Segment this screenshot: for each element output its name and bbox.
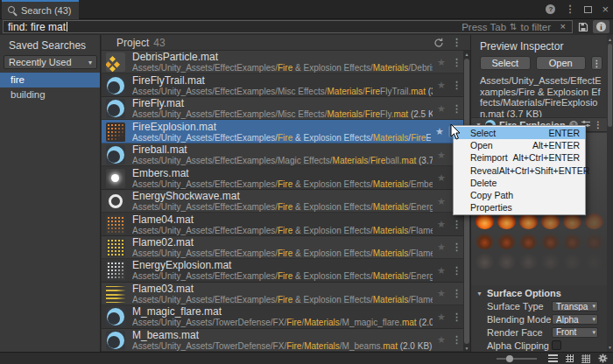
result-name: Flame02.mat <box>132 237 433 248</box>
result-row[interactable]: Flame04.matAssets/Unity_Assets/EffectExa… <box>102 213 463 235</box>
result-row[interactable]: EnergyShockwave.matAssets/Unity_Assets/E… <box>102 190 463 213</box>
list-view-icon[interactable] <box>548 354 558 362</box>
close-icon[interactable]: × <box>602 5 609 14</box>
chevron-down-icon: ▾ <box>592 316 595 323</box>
result-row[interactable]: Flame03.matAssets/Unity_Assets/EffectExa… <box>102 283 463 305</box>
result-row[interactable]: DebrisParticle.matAssets/Unity_Assets/Ef… <box>102 51 463 74</box>
scrollbar-thumb[interactable] <box>608 44 612 127</box>
scroll-up-icon[interactable]: ▲ <box>463 51 470 58</box>
material-thumbnail-icon <box>106 331 125 350</box>
inspector-toggle-button[interactable]: i <box>593 20 609 33</box>
inspector-scrollbar[interactable]: ▲ ▼ <box>607 35 613 352</box>
row-menu-icon[interactable]: ⋮ <box>450 288 463 299</box>
result-path: Assets/Unity_Assets/EffectExamples/Fire … <box>132 133 431 143</box>
result-row[interactable]: FireExplosion.matAssets/Unity_Assets/Eff… <box>102 120 463 143</box>
favorite-star-icon[interactable]: ★ <box>433 103 450 115</box>
clear-search-icon[interactable]: × <box>560 21 566 32</box>
material-thumbnail-icon <box>106 99 125 118</box>
result-row[interactable]: Flame02.matAssets/Unity_Assets/EffectExa… <box>102 236 463 259</box>
result-path: Assets/Unity_Assets/EffectExamples/Fire … <box>132 63 433 73</box>
fire-sprite <box>563 233 581 249</box>
result-path: Assets/Unity_Assets/EffectExamples/Fire … <box>132 202 433 212</box>
results-count: 43 <box>153 37 433 49</box>
maximize-icon[interactable] <box>584 6 592 13</box>
favorite-star-icon[interactable]: ★ <box>433 80 450 91</box>
result-row[interactable]: EnergyExplosion.matAssets/Unity_Assets/E… <box>102 259 463 282</box>
row-menu-icon[interactable]: ⋮ <box>450 334 463 346</box>
saved-searches-filter-dropdown[interactable]: Recently Used ▾ <box>4 55 97 69</box>
favorite-star-icon[interactable]: ★ <box>433 288 450 299</box>
grid-view-large-icon[interactable] <box>581 354 590 363</box>
result-row[interactable]: Embers.matAssets/Unity_Assets/EffectExam… <box>102 166 463 189</box>
favorite-star-icon[interactable]: ★ <box>433 172 450 184</box>
result-row[interactable]: Fireball.matAssets/Unity_Assets/EffectEx… <box>102 144 463 166</box>
dropdown[interactable]: Front▾ <box>552 327 598 338</box>
refresh-button[interactable] <box>433 38 444 48</box>
results-menu-icon[interactable]: ⋮ <box>452 37 462 48</box>
favorite-star-icon[interactable]: ★ <box>433 312 450 323</box>
surface-option-row: Alpha Clipping <box>471 339 607 352</box>
context-menu-item[interactable]: SelectENTER <box>454 127 585 139</box>
scroll-down-icon[interactable]: ▼ <box>463 345 470 352</box>
favorite-star-icon[interactable]: ★ <box>433 242 450 253</box>
save-search-button[interactable] <box>576 21 590 32</box>
result-row[interactable]: M_beams.matAssets/Unity_Assets/TowerDefe… <box>102 329 463 352</box>
material-thumbnail-icon <box>106 145 125 164</box>
surface-option-row: Surface TypeTranspa▾ <box>471 300 607 313</box>
option-label: Blending Mode <box>487 314 552 325</box>
row-menu-icon[interactable]: ⋮ <box>450 265 463 276</box>
help-icon[interactable]: ? <box>546 4 555 14</box>
saved-search-item[interactable]: building <box>0 88 100 102</box>
favorite-star-icon[interactable]: ★ <box>433 334 450 346</box>
tab-search[interactable]: Search (43) <box>2 0 79 19</box>
row-menu-icon[interactable]: ⋮ <box>450 103 463 115</box>
result-row[interactable]: FireFlyTrail.matAssets/Unity_Assets/Effe… <box>102 74 463 96</box>
favorite-star-icon[interactable]: ★ <box>433 265 450 276</box>
foldout-icon[interactable]: ▼ <box>476 290 483 297</box>
tab-label: Search (43) <box>21 5 71 16</box>
slider-handle[interactable] <box>506 355 513 362</box>
result-row[interactable]: FireFly.matAssets/Unity_Assets/EffectExa… <box>102 97 463 120</box>
material-thumbnail-icon <box>106 238 125 257</box>
dropdown[interactable]: Transpa▾ <box>552 301 598 312</box>
context-menu-item[interactable]: OpenAlt+ENTER <box>454 139 585 151</box>
context-menu-item[interactable]: Delete <box>454 177 585 189</box>
scroll-up-icon[interactable]: ▲ <box>607 36 613 43</box>
grid-view-small-icon[interactable] <box>566 354 574 362</box>
search-input[interactable]: find: fire mat Press Tab ⇅ to filter × <box>3 20 573 33</box>
material-menu-icon[interactable]: ⋮ <box>594 120 602 130</box>
result-path: Assets/Unity_Assets/TowerDefense/FX/Fire… <box>132 341 433 351</box>
row-menu-icon[interactable]: ⋮ <box>450 80 463 91</box>
result-row[interactable]: M_magic_flare.matAssets/Unity_Assets/Tow… <box>102 305 463 328</box>
context-menu-item[interactable]: Properties <box>454 201 585 214</box>
refresh-icon <box>433 38 444 48</box>
inspector-menu-icon[interactable]: ⋮ <box>591 56 602 70</box>
row-menu-icon[interactable]: ⋮ <box>450 312 463 323</box>
saved-searches-list: firebuilding <box>0 73 100 102</box>
scroll-down-icon[interactable]: ▼ <box>607 344 613 351</box>
settings-button[interactable] <box>598 354 608 363</box>
row-menu-icon[interactable]: ⋮ <box>450 57 463 68</box>
item-size-slider[interactable] <box>497 358 537 360</box>
context-menu-item[interactable]: ReimportAlt+Ctrl+ENTER <box>454 151 585 164</box>
context-menu-item[interactable]: Copy Path <box>454 189 585 201</box>
select-button[interactable]: Select <box>480 56 531 70</box>
checkbox[interactable] <box>552 340 561 350</box>
results-header: Project 43 ⋮ <box>102 35 470 51</box>
open-button[interactable]: Open <box>536 56 587 70</box>
row-menu-icon[interactable]: ⋮ <box>450 242 463 253</box>
favorite-star-icon[interactable]: ★ <box>433 57 450 68</box>
favorite-star-icon[interactable]: ★ <box>433 219 450 230</box>
inspector-title: Preview Inspector <box>480 40 563 52</box>
favorite-star-icon[interactable]: ★ <box>433 150 450 161</box>
fire-sprite <box>519 233 538 249</box>
surface-options-header[interactable]: ▼ Surface Options <box>471 285 607 300</box>
window-menu-icon[interactable]: ⋮ <box>565 4 574 15</box>
saved-search-item[interactable]: fire <box>0 73 100 88</box>
favorite-star-icon[interactable]: ★ <box>433 196 450 207</box>
context-menu-item[interactable]: RevealAlt+Ctrl+Shift+ENTER <box>454 164 585 177</box>
dropdown[interactable]: Alpha▾ <box>552 314 598 325</box>
chevron-down-icon: ▾ <box>592 329 595 336</box>
row-menu-icon[interactable]: ⋮ <box>450 219 463 230</box>
favorite-star-icon[interactable]: ★ <box>431 126 448 137</box>
